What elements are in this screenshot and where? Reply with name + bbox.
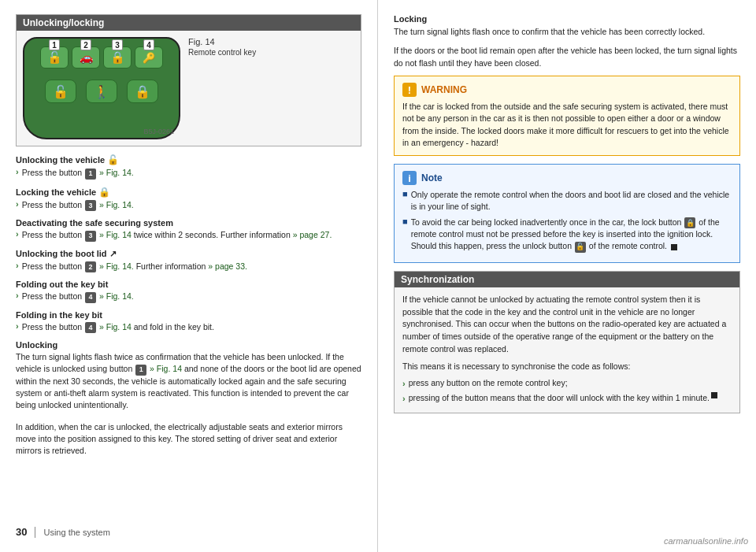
btn-ref-4: 4 (85, 292, 96, 303)
lock-vehicle-text: Press the button 3 » Fig. 14. (22, 199, 134, 212)
note-icon: i (402, 171, 417, 185)
unlocking-body1: The turn signal lights flash twice as co… (16, 351, 361, 411)
arrow-icon-2: › (16, 199, 19, 209)
btn-ref-2: 2 (85, 261, 96, 272)
unlock-vehicle-item: › Press the button 1 » Fig. 14. (16, 167, 361, 180)
locking-body2: If the doors or the boot lid remain open… (394, 45, 740, 70)
note-bullet-1: ■ Only operate the remote control when t… (402, 189, 732, 213)
bootlid-section: Unlocking the boot lid ↗ › Press the but… (16, 249, 361, 275)
btn-ref-1: 1 (85, 169, 96, 180)
foldin-section: Folding in the key bit › Press the butto… (16, 310, 361, 335)
warning-title: WARNING (421, 84, 467, 95)
bootlid-text: Press the button 2 » Fig. 14. Further in… (22, 261, 247, 273)
sync-content: If the vehicle cannot be unlocked by act… (395, 287, 739, 413)
key-icon-lock: 🔒 (127, 80, 158, 103)
note-unlock-btn: 🔓 (575, 242, 586, 253)
note-box: i Note ■ Only operate the remote control… (394, 164, 740, 263)
key-button-1: 1 🔓 (40, 46, 69, 69)
end-marker (671, 244, 677, 250)
right-column: Locking The turn signal lights flash onc… (378, 0, 756, 552)
btn-ref-3: 3 (85, 200, 96, 211)
lock-vehicle-section: Locking the vehicle 🔒 › Press the button… (16, 187, 361, 213)
arrow-icon-4: › (16, 261, 19, 270)
btn-ref-4b: 4 (85, 322, 96, 333)
foldin-heading: Folding in the key bit (16, 310, 361, 320)
sync-box: Synchronization If the vehicle cannot be… (394, 271, 740, 414)
page-section: Using the system (43, 528, 109, 537)
watermark: carmanualsonline.info (664, 536, 748, 546)
deactivate-heading: Deactivating the safe securing system (16, 218, 361, 228)
section-content: 1 🔓 2 🚗 3 🔒 4 (17, 31, 361, 146)
sync-arrow-1: › press any button on the remote control… (402, 377, 732, 391)
deactivate-section: Deactivating the safe securing system › … (16, 218, 361, 243)
key-button-4: 4 🔑 (135, 46, 163, 69)
deactivate-item: › Press the button 3 » Fig. 14 twice wit… (16, 229, 361, 242)
foldin-item: › Press the button 4 » Fig. 14 and fold … (16, 321, 361, 334)
lock-vehicle-item: › Press the button 3 » Fig. 14. (16, 199, 361, 212)
unlock-vehicle-text: Press the button 1 » Fig. 14. (22, 167, 134, 180)
unlocking-body2: In addition, when the car is unlocked, t… (16, 421, 361, 458)
unlocking-locking-box: Unlocking/locking 1 🔓 2 🚗 (16, 14, 361, 146)
locking-heading: Locking (394, 14, 740, 24)
locking-body1: The turn signal lights flash once to con… (394, 26, 740, 39)
deactivate-text: Press the button 3 » Fig. 14 twice withi… (22, 229, 332, 242)
warning-text: If the car is locked from the outside an… (402, 101, 732, 149)
warning-header: ! WARNING (402, 83, 732, 97)
unlock-vehicle-section: Unlocking the vehicle 🔓 › Press the butt… (16, 154, 361, 181)
arrow-icon-5: › (16, 291, 19, 300)
section-title: Unlocking/locking (17, 15, 361, 31)
note-text-1: Only operate the remote control when the… (411, 189, 732, 213)
key-button-3: 3 🔒 (103, 46, 132, 69)
page-number: 30 (16, 526, 27, 538)
foldin-text: Press the button 4 » Fig. 14 and fold in… (22, 321, 214, 334)
note-header: i Note (402, 171, 732, 185)
sync-body1: If the vehicle cannot be unlocked by act… (402, 294, 732, 356)
note-bullet-2: ■ To avoid the car being locked inadvert… (402, 217, 732, 253)
sync-body2: This means it is necessary to synchronis… (402, 361, 732, 373)
note-title: Note (421, 172, 443, 183)
bootlid-item: › Press the button 2 » Fig. 14. Further … (16, 261, 361, 273)
sync-arrow-icon-1: › (402, 377, 406, 391)
arrow-icon-6: › (16, 321, 19, 331)
note-text-2: To avoid the car being locked inadverten… (411, 217, 732, 253)
footer-divider (35, 527, 35, 538)
key-btn-num-4: 4 (143, 39, 154, 50)
warning-icon: ! (402, 83, 417, 97)
bullet-sym-1: ■ (402, 189, 408, 198)
bullet-sym-2: ■ (402, 217, 408, 226)
key-ref: B5J-0261 (143, 128, 174, 135)
warning-box: ! WARNING If the car is locked from the … (394, 76, 740, 156)
left-column: Unlocking/locking 1 🔓 2 🚗 (0, 0, 378, 552)
key-icons-row: 🔓 🚶 🔒 (45, 80, 158, 103)
sync-arrow-icon-2: › (402, 392, 406, 406)
key-btn-num-1: 1 (49, 39, 60, 50)
sync-end-marker (711, 392, 717, 398)
key-button-2: 2 🚗 (72, 46, 100, 69)
key-image: 1 🔓 2 🚗 3 🔒 4 (23, 37, 180, 139)
bootlid-heading: Unlocking the boot lid ↗ (16, 249, 361, 259)
arrow-icon: › (16, 167, 19, 176)
unlock-vehicle-heading: Unlocking the vehicle 🔓 (16, 154, 361, 165)
foldout-section: Folding out the key bit › Press the butt… (16, 280, 361, 305)
key-icon-unlock: 🔓 (45, 80, 76, 103)
fig-label-area: Fig. 14 Remote control key (188, 37, 256, 57)
page: Unlocking/locking 1 🔓 2 🚗 (0, 0, 756, 552)
key-buttons-row: 1 🔓 2 🚗 3 🔒 4 (40, 46, 163, 69)
sync-arrow-2: › pressing of the button means that the … (402, 392, 732, 406)
arrow-icon-3: › (16, 229, 19, 239)
fig-label: Fig. 14 (188, 37, 256, 46)
foldout-item: › Press the button 4 » Fig. 14. (16, 291, 361, 303)
fig-caption: Remote control key (188, 48, 256, 57)
btn-ref-1b: 1 (135, 365, 146, 376)
sync-arrow-text-1: press any button on the remote control k… (409, 377, 568, 390)
sync-arrow-text-2: pressing of the button means that the do… (409, 392, 710, 405)
foldout-text: Press the button 4 » Fig. 14. (22, 291, 134, 303)
unlocking-body-section: Unlocking The turn signal lights flash t… (16, 340, 361, 457)
unlocking-heading: Unlocking (16, 340, 361, 350)
key-btn-num-3: 3 (112, 39, 123, 50)
note-lock-btn: 🔒 (684, 217, 695, 228)
btn-ref-3b: 3 (85, 231, 96, 242)
sync-title: Synchronization (395, 272, 739, 287)
key-btn-num-2: 2 (80, 39, 91, 50)
foldout-heading: Folding out the key bit (16, 280, 361, 289)
